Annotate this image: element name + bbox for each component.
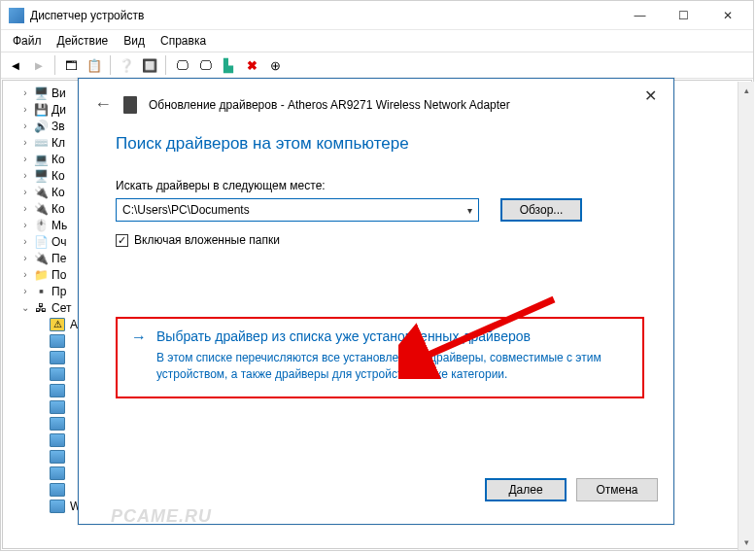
next-button[interactable]: Далее [485, 478, 567, 501]
back-button[interactable]: ◄ [5, 54, 26, 76]
remove-button[interactable]: ✖ [241, 54, 262, 76]
path-combobox[interactable]: C:\Users\PC\Documents ▾ [116, 198, 479, 222]
app-icon [9, 8, 24, 23]
properties-button[interactable]: 📋 [84, 54, 105, 76]
path-label: Искать драйверы в следующем месте: [116, 179, 644, 192]
chevron-down-icon: ▾ [467, 205, 472, 216]
refresh-button[interactable]: ⊕ [264, 54, 286, 76]
vertical-scrollbar[interactable]: ▴▾ [738, 82, 754, 550]
dialog-heading: Поиск драйверов на этом компьютере [116, 134, 644, 154]
include-subfolders-checkbox[interactable]: ✓ [116, 234, 128, 247]
scan-button[interactable]: 🔲 [139, 54, 160, 76]
path-value: C:\Users\PC\Documents [122, 203, 250, 217]
driver-icon [123, 96, 137, 114]
uninstall-button[interactable]: ▙ [218, 54, 239, 76]
disable-button[interactable]: 🖵 [194, 54, 216, 76]
driver-update-dialog: ✕ ← Обновление драйверов - Atheros AR927… [78, 78, 674, 525]
pick-driver-description: В этом списке перечисляются все установл… [131, 350, 629, 383]
menu-file[interactable]: Файл [5, 32, 50, 50]
cancel-button[interactable]: Отмена [576, 478, 658, 501]
title-bar: Диспетчер устройств — ☐ ✕ [1, 1, 753, 30]
toolbar: ◄ ► 🗔 📋 ❔ 🔲 🖵 🖵 ▙ ✖ ⊕ [1, 52, 753, 79]
menu-help[interactable]: Справка [153, 32, 214, 50]
pick-driver-title: Выбрать драйвер из списка уже установлен… [156, 328, 531, 344]
close-button[interactable]: ✕ [705, 2, 749, 29]
help-button[interactable]: ❔ [116, 54, 137, 76]
menu-view[interactable]: Вид [116, 32, 153, 50]
update-driver-button[interactable]: 🖵 [171, 54, 192, 76]
dialog-close-button[interactable]: ✕ [636, 86, 664, 106]
show-hidden-button[interactable]: 🗔 [60, 54, 82, 76]
pick-driver-option[interactable]: → Выбрать драйвер из списка уже установл… [116, 317, 644, 398]
maximize-button[interactable]: ☐ [662, 2, 705, 29]
forward-button[interactable]: ► [28, 54, 50, 76]
dialog-title: Обновление драйверов - Atheros AR9271 Wi… [149, 98, 510, 112]
menu-bar: Файл Действие Вид Справка [1, 30, 753, 52]
dialog-back-button[interactable]: ← [94, 94, 112, 115]
menu-action[interactable]: Действие [50, 32, 117, 50]
include-subfolders-label: Включая вложенные папки [134, 233, 280, 247]
browse-button[interactable]: Обзор... [500, 198, 582, 222]
watermark: PCAME.RU [111, 506, 212, 527]
minimize-button[interactable]: — [618, 2, 662, 29]
window-title: Диспетчер устройств [30, 9, 618, 22]
arrow-right-icon: → [131, 328, 147, 346]
